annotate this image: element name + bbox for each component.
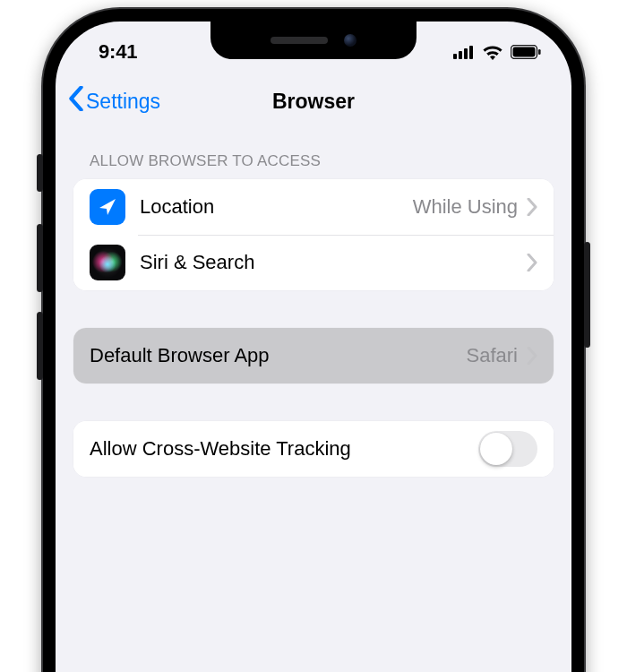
group-tracking: Allow Cross-Website Tracking — [73, 421, 554, 477]
volume-up-button — [37, 224, 43, 292]
svg-rect-5 — [513, 47, 536, 57]
svg-rect-3 — [469, 46, 473, 59]
navigation-bar: Settings Browser — [56, 75, 571, 127]
wifi-icon — [482, 45, 503, 60]
volume-down-button — [37, 312, 43, 380]
chevron-right-icon — [527, 254, 537, 271]
front-camera — [344, 34, 356, 47]
svg-rect-0 — [453, 54, 457, 59]
row-siri-and-search[interactable]: Siri & Search — [73, 235, 554, 290]
silent-switch — [37, 154, 43, 192]
group-default-browser: Default Browser App Safari — [73, 328, 554, 383]
device-frame: 9:41 — [43, 9, 584, 672]
row-location-value: While Using — [413, 195, 518, 219]
notch — [210, 22, 417, 59]
row-allow-cross-website-tracking: Allow Cross-Website Tracking — [73, 421, 554, 477]
svg-rect-6 — [538, 49, 541, 55]
row-location-label: Location — [140, 195, 413, 219]
status-indicators — [453, 45, 541, 60]
settings-content: ALLOW BROWSER TO ACCESS Location While U… — [56, 127, 571, 477]
svg-rect-2 — [464, 48, 468, 59]
location-arrow-icon — [90, 189, 125, 225]
tracking-toggle[interactable] — [478, 431, 537, 467]
row-default-browser-app[interactable]: Default Browser App Safari — [73, 328, 554, 383]
chevron-right-icon — [527, 347, 537, 365]
side-button — [584, 242, 590, 348]
back-button[interactable]: Settings — [68, 75, 160, 127]
svg-rect-1 — [459, 51, 462, 59]
back-button-label: Settings — [86, 90, 160, 114]
chevron-left-icon — [68, 86, 84, 116]
row-siri-label: Siri & Search — [140, 251, 527, 274]
group-browser-access: Location While Using Siri & Search — [73, 179, 554, 290]
page-title: Browser — [272, 90, 355, 114]
row-location[interactable]: Location While Using — [73, 179, 554, 235]
cellular-signal-icon — [453, 45, 475, 59]
screen: 9:41 — [56, 22, 571, 672]
battery-icon — [511, 45, 541, 59]
row-default-browser-label: Default Browser App — [90, 344, 467, 367]
row-tracking-label: Allow Cross-Website Tracking — [90, 437, 478, 461]
chevron-right-icon — [527, 198, 537, 216]
section-header-access: ALLOW BROWSER TO ACCESS — [73, 127, 554, 179]
siri-icon — [90, 245, 125, 280]
row-default-browser-value: Safari — [467, 344, 518, 367]
toggle-knob — [480, 433, 512, 465]
earpiece — [271, 37, 328, 44]
status-time: 9:41 — [86, 40, 137, 64]
